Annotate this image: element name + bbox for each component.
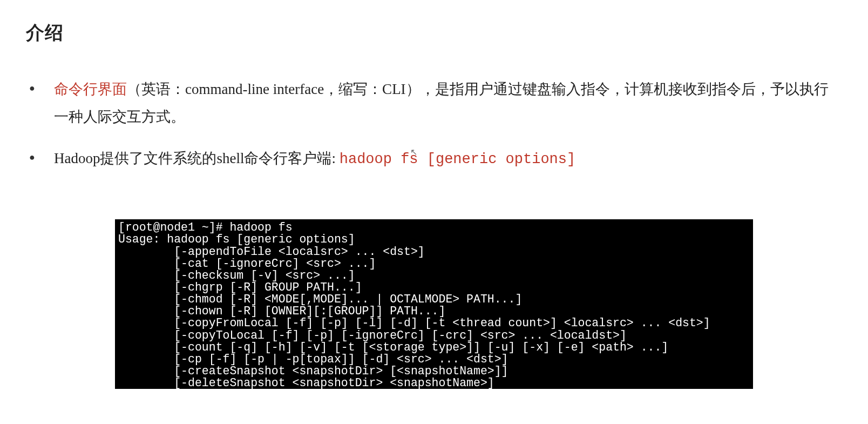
terminal-output: [root@node1 ~]# hadoop fs Usage: hadoop … xyxy=(115,219,753,389)
terminal-usage-line: Usage: hadoop fs [generic options] xyxy=(118,233,355,246)
terminal-line: [-chmod [-R] <MODE[,MODE]... | OCTALMODE… xyxy=(118,293,522,306)
bullet-item-1-text: （英语：command-line interface，缩写：CLI），是指用户通… xyxy=(54,81,829,125)
terminal-container: [root@node1 ~]# hadoop fs Usage: hadoop … xyxy=(115,219,753,389)
terminal-prompt-line: [root@node1 ~]# hadoop fs xyxy=(118,221,293,234)
terminal-line: [-chown [-R] [OWNER][:[GROUP]] PATH...] xyxy=(118,305,445,318)
heading: 介绍 xyxy=(26,21,842,45)
terminal-line: [-count [-q] [-h] [-v] [-t [<storage typ… xyxy=(118,341,668,354)
terminal-line: [-appendToFile <localsrc> ... <dst>] xyxy=(118,245,425,258)
terminal-line: [-copyFromLocal [-f] [-p] [-l] [-d] [-t … xyxy=(118,317,710,329)
terminal-line: [-deleteSnapshot <snapshotDir> <snapshot… xyxy=(118,376,494,389)
terminal-line: [-chgrp [-R] GROUP PATH...] xyxy=(118,281,362,294)
hadoop-command-highlight: hadoop fs [generic options] xyxy=(340,151,575,167)
terminal-line: [-createSnapshot <snapshotDir> [<snapsho… xyxy=(118,365,508,378)
terminal-line: [-cp [-f] [-p | -p[topax]] [-d] <src> ..… xyxy=(118,353,508,366)
terminal-line: [-copyToLocal [-f] [-p] [-ignoreCrc] [-c… xyxy=(118,329,627,342)
bullet-item-2: Hadoop提供了文件系统的shell命令行客户端: hadoop fs [ge… xyxy=(29,145,842,173)
bullet-item-2-text: Hadoop提供了文件系统的shell命令行客户端: xyxy=(54,150,340,166)
bullet-list: 命令行界面（英语：command-line interface，缩写：CLI），… xyxy=(26,76,842,173)
terminal-line: [-cat [-ignoreCrc] <src> ...] xyxy=(118,257,376,270)
slide: 介绍 命令行界面（英语：command-line interface，缩写：CL… xyxy=(0,0,868,424)
bullet-item-1: 命令行界面（英语：command-line interface，缩写：CLI），… xyxy=(29,76,842,131)
cli-term-highlight: 命令行界面 xyxy=(54,81,127,97)
terminal-line: [-checksum [-v] <src> ...] xyxy=(118,269,355,282)
